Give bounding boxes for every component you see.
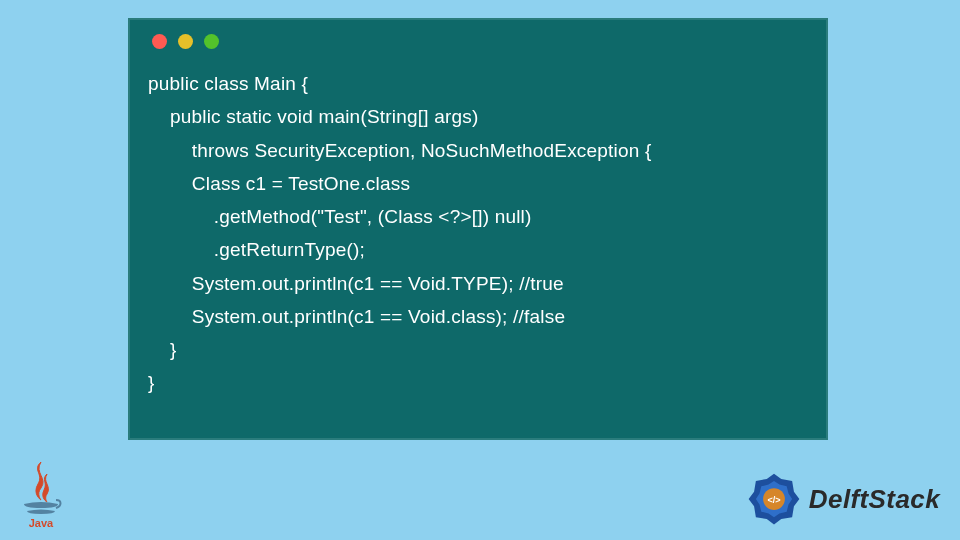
code-line: .getReturnType();	[148, 239, 365, 260]
maximize-dot-icon	[204, 34, 219, 49]
svg-text:</>: </>	[767, 495, 780, 505]
code-block: public class Main { public static void m…	[148, 67, 808, 400]
code-line: }	[148, 339, 176, 360]
delftstack-text: DelftStack	[809, 484, 940, 515]
java-logo-icon: Java	[14, 460, 68, 530]
code-line: throws SecurityException, NoSuchMethodEx…	[148, 140, 652, 161]
code-line: public static void main(String[] args)	[148, 106, 478, 127]
svg-text:Java: Java	[29, 517, 54, 529]
delftstack-emblem-icon: </>	[745, 470, 803, 528]
code-line: public class Main {	[148, 73, 308, 94]
code-panel: public class Main { public static void m…	[128, 18, 828, 440]
code-line: }	[148, 372, 155, 393]
close-dot-icon	[152, 34, 167, 49]
code-line: System.out.println(c1 == Void.class); //…	[148, 306, 565, 327]
delftstack-logo: </> DelftStack	[745, 470, 940, 528]
window-dots	[148, 34, 808, 49]
code-line: Class c1 = TestOne.class	[148, 173, 410, 194]
code-line: .getMethod("Test", (Class <?>[]) null)	[148, 206, 532, 227]
code-line: System.out.println(c1 == Void.TYPE); //t…	[148, 273, 564, 294]
minimize-dot-icon	[178, 34, 193, 49]
